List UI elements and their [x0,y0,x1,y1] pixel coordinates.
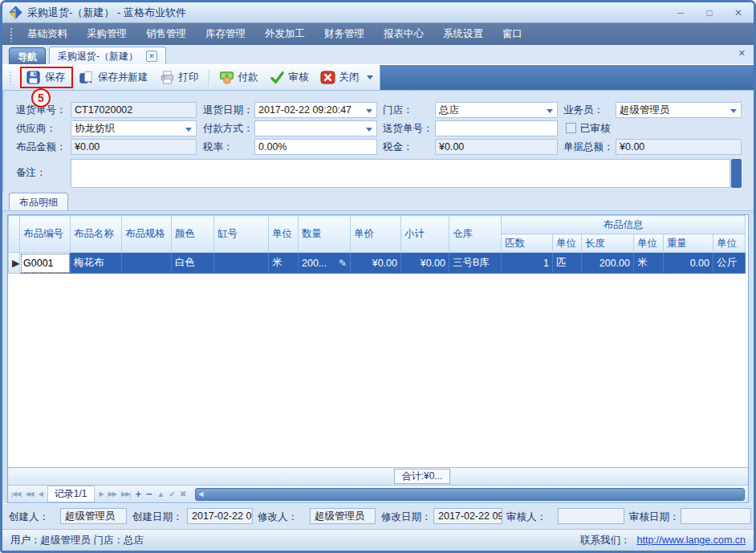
auditor-label: 审核人： [506,510,547,524]
delivery-no-field[interactable] [435,120,558,136]
menu-window[interactable]: 窗口 [493,23,532,45]
menu-outsourcing[interactable]: 外发加工 [255,23,315,45]
header-weight[interactable]: 重量 [664,234,713,253]
toolbar-dropdown-caret-icon[interactable] [367,75,373,79]
return-date-combo[interactable]: 2017-02-22 09:20:47 [254,102,377,118]
menu-finance[interactable]: 财务管理 [315,23,374,45]
window-title: 采购退货-（新建） - 蓝格布业软件 [27,6,186,20]
audit-button-label: 审核 [289,71,309,84]
minimize-button[interactable]: ─ [672,7,689,18]
header-subtotal[interactable]: 小计 [401,216,449,253]
nav-post-button[interactable]: ✔ [169,490,175,498]
cell-color[interactable]: 白色 [172,253,214,274]
tab-purchase-return[interactable]: 采购退货-（新建） ✕ [49,47,166,64]
tax-rate-field[interactable]: 0.00% [254,139,377,155]
cell-fabric-name[interactable]: 梅花布 [71,253,122,274]
header-indicator [9,216,20,253]
tabstrip-close-icon[interactable]: ✕ [738,48,746,59]
header-fabric-name[interactable]: 布品名称 [71,216,122,253]
cell-weight[interactable]: 0.00 [664,253,713,274]
payment-icon [219,70,234,85]
cell-unit[interactable]: 米 [269,253,299,274]
cell-unit-price[interactable]: ¥0.00 [351,253,401,274]
nav-next-button[interactable]: ▶ [100,490,104,498]
remark-textarea[interactable] [71,159,730,188]
nav-prior-page-button[interactable]: ◀◀ [25,490,33,498]
grid-header-row-1: 布品编号 布品名称 布品规格 颜色 缸号 单位 数量 单价 小计 仓库 布品信息 [9,216,746,234]
header-color[interactable]: 颜色 [172,216,214,253]
payment-method-combo[interactable] [254,120,377,136]
website-link[interactable]: http://www.lange.com.cn [637,535,746,546]
header-unit[interactable]: 单位 [269,216,299,253]
audited-checkbox[interactable] [566,123,576,133]
menu-purchase[interactable]: 采购管理 [77,23,136,45]
cell-vat-no[interactable] [214,253,269,274]
nav-delete-button[interactable]: − [146,488,152,500]
nav-next-page-button[interactable]: ▶▶ [108,490,116,498]
record-count-label: 记录1/1 [47,486,95,502]
header-pieces-unit[interactable]: 单位 [553,234,582,253]
nav-edit-button[interactable]: ▲ [157,490,165,498]
close-button[interactable]: ✕ [730,7,747,18]
table-row-selected[interactable]: ▶ G0001 梅花布 白色 米 ✎ 200... ¥0.00 ¥0.00 三号… [9,253,746,274]
nav-append-button[interactable]: + [135,488,141,500]
app-window: 采购退货-（新建） - 蓝格布业软件 ─ □ ✕ 基础资料 采购管理 销售管理 … [0,0,756,553]
header-pieces[interactable]: 匹数 [502,234,553,253]
cell-length[interactable]: 200.00 [582,253,634,274]
header-unit-price[interactable]: 单价 [351,216,401,253]
header-fabric-spec[interactable]: 布品规格 [122,216,172,253]
toolbar: 保存 保存并新建 打印 [2,64,754,91]
cell-pieces-unit[interactable]: 匹 [553,253,582,274]
header-vat-no[interactable]: 缸号 [214,216,269,253]
menu-sales[interactable]: 销售管理 [136,23,196,45]
horizontal-scrollbar[interactable]: ◀ [195,488,745,501]
header-quantity[interactable]: 数量 [299,216,351,253]
menu-inventory[interactable]: 库存管理 [196,23,255,45]
maximize-button[interactable]: □ [701,7,718,18]
tab-navigation[interactable]: 导航 [9,47,46,64]
remark-scrollbar[interactable] [731,159,742,188]
status-bar: 用户：超级管理员 门店：总店 联系我们： http://www.lange.co… [2,529,754,551]
nav-last-button[interactable]: ▶▶| [121,490,130,498]
cell-pieces[interactable]: 1 [502,253,553,274]
cell-warehouse[interactable]: 三号B库 [449,253,502,274]
cell-length-unit[interactable]: 米 [634,253,664,274]
menu-system-settings[interactable]: 系统设置 [433,23,493,45]
cell-quantity[interactable]: ✎ 200... [299,253,351,274]
audit-button[interactable]: 审核 [264,67,315,87]
menu-reports[interactable]: 报表中心 [374,23,433,45]
tab-close-icon[interactable]: ✕ [146,51,157,62]
close-form-button[interactable]: 关闭 [315,67,365,87]
audit-check-icon [270,70,285,85]
nav-first-button[interactable]: |◀◀ [11,490,20,498]
cell-fabric-code[interactable]: G0001 [20,253,71,274]
store-combo[interactable]: 总店 [435,102,558,118]
delivery-no-label: 送货单号： [383,120,433,136]
nav-cancel-button[interactable]: ✖ [180,490,185,498]
modifier-label: 修改人： [258,510,298,524]
supplier-combo[interactable]: 协龙纺织 [71,120,197,136]
header-length[interactable]: 长度 [582,234,634,253]
toolbar-separator [209,69,209,87]
header-fabric-info-group: 布品信息 [502,216,746,234]
cell-subtotal[interactable]: ¥0.00 [401,253,449,274]
close-red-icon [320,70,335,85]
header-warehouse[interactable]: 仓库 [449,216,502,253]
nav-prior-button[interactable]: ◀ [39,490,43,498]
salesman-combo[interactable]: 超级管理员 [616,102,742,118]
payment-button[interactable]: 付款 [213,67,264,87]
save-button[interactable]: 保存 [20,67,73,88]
menu-basic-data[interactable]: 基础资料 [18,23,77,45]
scrollbar-left-arrow-icon[interactable]: ◀ [198,490,203,498]
tab-fabric-detail[interactable]: 布品明细 [9,193,68,210]
print-button[interactable]: 打印 [154,67,205,87]
save-and-new-button[interactable]: 保存并新建 [73,67,154,87]
header-length-unit[interactable]: 单位 [634,234,664,253]
header-weight-unit[interactable]: 单位 [713,234,746,253]
store-label: 门店： [383,102,413,118]
header-fabric-code[interactable]: 布品编号 [20,216,71,253]
cell-weight-unit[interactable]: 公斤 [713,253,746,274]
fabric-detail-table: 布品编号 布品名称 布品规格 颜色 缸号 单位 数量 单价 小计 仓库 布品信息… [8,215,746,274]
cell-fabric-spec[interactable] [122,253,172,274]
edit-pencil-icon[interactable]: ✎ [339,258,347,269]
